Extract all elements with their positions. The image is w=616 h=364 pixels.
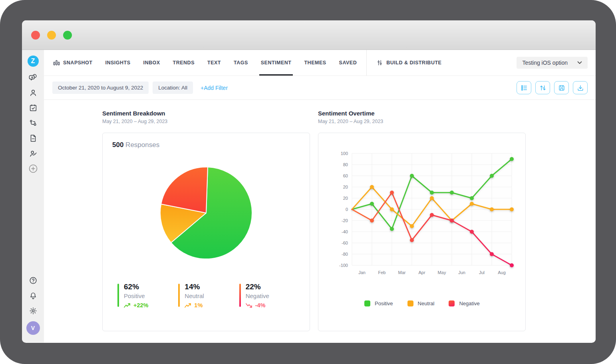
sentiment-pie-chart bbox=[159, 166, 253, 262]
svg-text:Jul: Jul bbox=[479, 270, 485, 275]
negative-percent: 22% bbox=[246, 282, 269, 291]
tab-label: SENTIMENT bbox=[261, 60, 292, 66]
contacts-icon[interactable] bbox=[28, 88, 38, 97]
neutral-percent: 14% bbox=[185, 282, 204, 291]
overtime-card: 100806020200-20-40-60-80-100JanFebMarApr… bbox=[318, 133, 526, 331]
date-range-filter[interactable]: October 21, 2020 to August 9, 2022 bbox=[52, 82, 149, 94]
download-button[interactable] bbox=[573, 81, 588, 94]
build-label: BUILD & DISTRIBUTE bbox=[386, 60, 441, 66]
notifications-icon[interactable] bbox=[28, 291, 38, 300]
tab-inbox[interactable]: INBOX bbox=[137, 50, 167, 76]
neutral-label: Neutral bbox=[418, 300, 435, 306]
sliders-icon bbox=[376, 59, 383, 66]
overtime-title: Sentiment Overtime bbox=[318, 110, 526, 117]
sort-icon bbox=[539, 84, 547, 92]
agents-icon[interactable] bbox=[28, 149, 38, 158]
positive-label: Positive bbox=[375, 300, 393, 306]
trend-up-icon bbox=[185, 303, 191, 308]
workflow-icon[interactable] bbox=[28, 118, 38, 128]
svg-text:Apr: Apr bbox=[418, 270, 425, 275]
sentiment-line-chart: 100806020200-20-40-60-80-100JanFebMarApr… bbox=[332, 151, 525, 277]
feedback-chat-icon[interactable] bbox=[28, 73, 38, 82]
svg-text:60: 60 bbox=[343, 173, 348, 178]
add-icon[interactable] bbox=[28, 164, 38, 173]
svg-text:Jun: Jun bbox=[458, 270, 465, 275]
user-avatar[interactable]: V bbox=[26, 321, 40, 335]
positive-label: Positive bbox=[124, 292, 149, 299]
survey-selector-value: Testing iOS option bbox=[522, 60, 568, 66]
report-tabs-bar: SNAPSHOT INSIGHTS INBOX TRENDS TEXT TAGS… bbox=[44, 50, 596, 76]
minimize-button[interactable] bbox=[47, 31, 56, 40]
report-actions bbox=[517, 81, 588, 94]
save-icon bbox=[558, 84, 566, 92]
responses-number: 500 bbox=[112, 141, 123, 149]
window-titlebar bbox=[22, 20, 596, 50]
tab-saved[interactable]: SAVED bbox=[333, 50, 364, 76]
tab-label: TEXT bbox=[207, 60, 221, 66]
window-controls bbox=[31, 31, 72, 40]
chevron-down-icon bbox=[577, 61, 582, 64]
svg-text:Mar: Mar bbox=[398, 270, 406, 275]
list-icon bbox=[520, 84, 528, 92]
add-filter-link[interactable]: +Add Filter bbox=[201, 85, 228, 91]
svg-text:80: 80 bbox=[343, 162, 348, 167]
tasks-calendar-icon[interactable] bbox=[28, 103, 38, 113]
negative-delta: -4% bbox=[246, 302, 269, 308]
legend-item-positive: 62% Positive +22% bbox=[117, 282, 178, 308]
location-filter[interactable]: Location: All bbox=[153, 82, 193, 94]
legend-item-negative: Negative bbox=[449, 300, 479, 306]
negative-swatch bbox=[449, 300, 455, 306]
legend-item-neutral: 14% Neutral 1% bbox=[178, 282, 239, 308]
tab-insights[interactable]: INSIGHTS bbox=[99, 50, 137, 76]
breakdown-date-range: May 21, 2020 – Aug 29, 2023 bbox=[102, 119, 310, 124]
tab-sentiment[interactable]: SENTIMENT bbox=[254, 50, 298, 76]
overtime-legend: Positive Neutral Negative bbox=[332, 300, 525, 306]
tab-label: TAGS bbox=[234, 60, 248, 66]
build-distribute-button[interactable]: BUILD & DISTRIBUTE bbox=[370, 50, 448, 76]
svg-text:-80: -80 bbox=[342, 252, 348, 257]
tab-label: INSIGHTS bbox=[105, 60, 130, 66]
positive-color-bar bbox=[117, 284, 119, 307]
zoom-button[interactable] bbox=[63, 31, 72, 40]
negative-label: Negative bbox=[246, 292, 269, 299]
list-view-button[interactable] bbox=[517, 81, 531, 94]
close-button[interactable] bbox=[31, 31, 40, 40]
bar-chart-icon bbox=[53, 59, 60, 66]
svg-text:-40: -40 bbox=[342, 229, 348, 234]
breakdown-title: Sentiment Breakdown bbox=[102, 110, 310, 117]
sort-button[interactable] bbox=[535, 81, 550, 94]
responses-count: 500 Responses bbox=[112, 141, 300, 149]
tab-trends[interactable]: TRENDS bbox=[167, 50, 201, 76]
tab-label: THEMES bbox=[304, 60, 326, 66]
settings-icon[interactable] bbox=[28, 306, 38, 316]
tab-label: SAVED bbox=[339, 60, 357, 66]
breakdown-legend: 62% Positive +22% bbox=[112, 282, 300, 308]
app-window: Z bbox=[22, 20, 596, 343]
tab-label: INBOX bbox=[143, 60, 160, 66]
tab-tags[interactable]: TAGS bbox=[227, 50, 254, 76]
tab-text[interactable]: TEXT bbox=[201, 50, 227, 76]
zonka-logo-icon[interactable]: Z bbox=[28, 56, 39, 67]
help-icon[interactable] bbox=[28, 276, 38, 285]
svg-text:Feb: Feb bbox=[378, 270, 386, 275]
sidebar: Z bbox=[22, 50, 44, 342]
tab-snapshot[interactable]: SNAPSHOT bbox=[47, 50, 99, 76]
survey-selector[interactable]: Testing iOS option bbox=[517, 57, 588, 69]
download-icon bbox=[576, 84, 584, 92]
tab-label: TRENDS bbox=[173, 60, 195, 66]
negative-label: Negative bbox=[459, 300, 479, 306]
svg-text:20: 20 bbox=[343, 185, 348, 189]
document-icon[interactable] bbox=[28, 133, 38, 143]
legend-item-positive: Positive bbox=[364, 300, 393, 306]
device-frame: Z bbox=[0, 0, 616, 364]
positive-percent: 62% bbox=[124, 282, 149, 291]
positive-delta: +22% bbox=[124, 302, 149, 308]
negative-color-bar bbox=[239, 284, 241, 307]
legend-item-negative: 22% Negative -4% bbox=[239, 282, 300, 308]
trend-up-icon bbox=[124, 303, 131, 308]
svg-text:0: 0 bbox=[346, 207, 348, 212]
svg-text:100: 100 bbox=[341, 151, 348, 156]
tab-themes[interactable]: THEMES bbox=[298, 50, 332, 76]
save-view-button[interactable] bbox=[554, 81, 569, 94]
svg-text:20: 20 bbox=[343, 196, 348, 201]
